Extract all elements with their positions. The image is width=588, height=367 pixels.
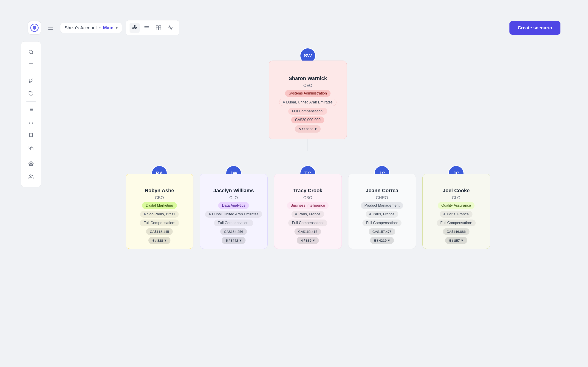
root-card[interactable]: Sharon Warnick CEO Systems Administratio… (269, 60, 347, 139)
child-3-comp-label: Full Compensation: (288, 219, 327, 226)
child-4-name: Joann Correa (366, 188, 398, 194)
account-name: Shiza's Account (65, 25, 97, 31)
card-view-button[interactable] (153, 23, 164, 33)
chevron-down-icon: ▾ (116, 26, 118, 30)
child-2-count-badge[interactable]: 5 / 3442 ▾ (222, 237, 246, 244)
child-1-dept-badge: Digital Marketing (142, 202, 177, 209)
create-scenario-button[interactable]: Create scenario (510, 21, 561, 35)
child-2-title: CLO (229, 195, 238, 200)
child-1-count-badge[interactable]: 6 / 838 ▾ (148, 237, 170, 244)
children-row: RA Robyn Ashe CBO Digital Marketing Sao … (126, 165, 490, 249)
svg-rect-12 (156, 26, 158, 28)
root-title: CEO (303, 83, 312, 88)
child-2-comp-label: Full Compensation: (214, 219, 253, 226)
list-view-button[interactable] (141, 23, 152, 33)
dot-separator: • (99, 25, 101, 31)
child-3-count-badge[interactable]: 4 / 639 ▾ (297, 237, 319, 244)
location-dot-icon (283, 101, 285, 103)
child-4-title: CHRO (376, 195, 388, 200)
child-1-name: Robyn Ashe (145, 188, 174, 194)
child-3-comp-value: CA$162,415 (294, 228, 321, 235)
root-name: Sharon Warnick (289, 75, 327, 81)
child-5-name: Joel Cooke (443, 188, 469, 194)
child-1-location-dot (144, 213, 146, 215)
child-1-title: CBO (155, 195, 164, 200)
view-icons-bar (126, 20, 179, 35)
child-card-3[interactable]: Tracy Crook CBO Business Intelligence Pa… (274, 174, 342, 249)
svg-rect-0 (134, 25, 135, 26)
child-4-dept-badge: Product Management (361, 202, 403, 209)
logo-icon (30, 24, 39, 32)
child-5-dept-badge: Quality Assurance (438, 202, 475, 209)
child-2-name: Jacelyn Williams (213, 188, 254, 194)
root-department-badge: Systems Administration (285, 90, 330, 97)
child-1-comp-value: CA$118,145 (146, 228, 173, 235)
child-5-count-badge[interactable]: 5 / 857 ▾ (445, 237, 467, 244)
svg-rect-15 (159, 28, 161, 30)
app-window: Shiza's Account • Main ▾ (18, 14, 570, 353)
root-location-badge: Dubai, United Arab Emirates (279, 99, 337, 106)
svg-rect-14 (156, 28, 158, 30)
root-count-badge[interactable]: 5 / 10000 ▾ (295, 125, 321, 133)
child-3-location-badge: Paris, France (292, 211, 324, 218)
child-3-name: Tracy Crook (293, 188, 322, 194)
account-selector[interactable]: Shiza's Account • Main ▾ (60, 23, 122, 33)
child-4-comp-label: Full Compensation: (363, 219, 401, 226)
child-4-location-badge: Paris, France (366, 211, 398, 218)
child-1-location-badge: Sao Paulo, Brazil (140, 211, 179, 218)
branch-name: Main (103, 25, 114, 31)
root-comp-value: CA$20,000,000 (291, 117, 324, 123)
child-2-dept-badge: Data Analytics (218, 202, 249, 209)
child-4-location-dot (369, 213, 371, 215)
child-2-comp-value: CA$134,256 (220, 228, 247, 235)
child-card-5[interactable]: Joel Cooke CLO Quality Assurance Paris, … (422, 174, 490, 249)
child-5-comp-value: CA$146,886 (443, 228, 469, 235)
child-4-comp-value: CA$157,478 (369, 228, 395, 235)
logo-button[interactable] (27, 21, 41, 35)
org-chart: SW Sharon Warnick CEO Systems Administra… (46, 44, 570, 249)
vertical-connector (308, 139, 308, 151)
child-3-title: CBO (303, 195, 312, 200)
child-5-comp-label: Full Compensation: (437, 219, 476, 226)
svg-rect-2 (134, 28, 135, 29)
menu-button[interactable] (45, 22, 57, 33)
child-3-location-dot (295, 213, 297, 215)
toolbar: Shiza's Account • Main ▾ (18, 14, 570, 40)
child-2-location-badge: Dubai, United Arab Emirates (205, 211, 262, 218)
child-card-1[interactable]: Robyn Ashe CBO Digital Marketing Sao Pau… (126, 174, 193, 249)
org-chart-view-button[interactable] (130, 23, 140, 33)
child-card-4[interactable]: Joann Correa CHRO Product Management Par… (348, 174, 416, 249)
child-card-2[interactable]: Jacelyn Williams CLO Data Analytics Duba… (200, 174, 268, 249)
root-comp-label: Full Compensation: (288, 108, 327, 115)
hamburger-icon (48, 26, 53, 30)
svg-rect-3 (136, 28, 137, 29)
child-3-dept-badge: Business Intelligence (287, 202, 329, 209)
child-2-location-dot (209, 213, 211, 215)
svg-rect-13 (159, 26, 161, 28)
child-5-location-badge: Paris, France (440, 211, 472, 218)
main-content: SW Sharon Warnick CEO Systems Administra… (18, 40, 570, 353)
child-4-count-badge[interactable]: 5 / 4219 ▾ (370, 237, 394, 244)
child-1-comp-label: Full Compensation: (140, 219, 179, 226)
child-5-location-dot (443, 213, 445, 215)
child-5-title: CLO (452, 195, 460, 200)
svg-rect-1 (132, 28, 134, 29)
chart-view-button[interactable] (165, 23, 175, 33)
